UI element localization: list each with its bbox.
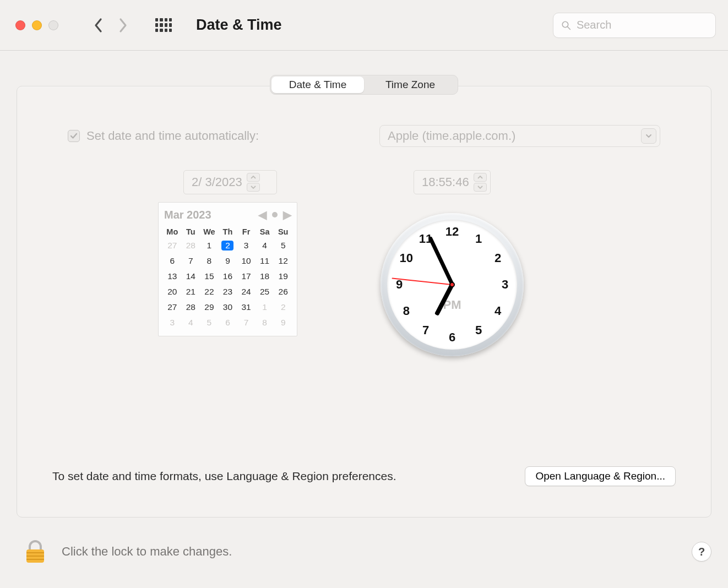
content-card: Set date and time automatically: Apple (… [17,86,711,518]
clock-numeral: 12 [446,225,459,239]
date-stepper-value: 2/ 3/2023 [192,175,242,189]
calendar-day[interactable]: 20 [163,284,182,300]
date-step-down[interactable] [247,183,260,192]
calendar-day[interactable]: 21 [182,284,200,300]
calendar-day[interactable]: 1 [200,238,219,253]
calendar-day[interactable]: 7 [237,315,256,330]
tab-time-zone[interactable]: Time Zone [364,77,457,93]
search-input[interactable] [577,19,708,31]
calendar-weekday: Fr [237,226,256,238]
calendar-day[interactable]: 7 [182,253,200,269]
date-stepper[interactable]: 2/ 3/2023 [183,170,277,194]
calendar-day[interactable]: 27 [163,238,182,253]
calendar-weekday: We [200,226,219,238]
calendar-day[interactable]: 10 [237,253,256,269]
calendar-day[interactable]: 15 [200,269,219,284]
time-server-value: Apple (time.apple.com.) [388,129,515,143]
tab-date-time[interactable]: Date & Time [271,77,364,93]
calendar-day[interactable]: 9 [274,315,292,330]
calendar-day[interactable]: 23 [219,284,237,300]
calendar-day[interactable]: 11 [256,253,274,269]
calendar-day[interactable]: 24 [237,284,256,300]
calendar-day[interactable]: 5 [274,238,292,253]
calendar-day[interactable]: 8 [200,253,219,269]
calendar-day[interactable]: 19 [274,269,292,284]
lock-hint-text: Click the lock to make changes. [62,545,232,559]
calendar-day[interactable]: 27 [163,300,182,315]
auto-time-checkbox[interactable] [68,130,80,142]
clock-numeral: 6 [449,330,455,345]
clock-numeral: 8 [403,304,410,318]
calendar-prev-icon[interactable]: ◀ [258,208,267,221]
calendar-day[interactable]: 6 [163,253,182,269]
auto-time-row: Set date and time automatically: Apple (… [68,125,660,147]
svg-line-1 [567,26,570,29]
back-button[interactable] [90,17,107,34]
calendar-day[interactable]: 3 [163,315,182,330]
clock-numeral: 5 [475,323,482,337]
calendar-day[interactable]: 22 [200,284,219,300]
forward-button[interactable] [115,17,131,34]
calendar-day[interactable]: 16 [219,269,237,284]
calendar-day[interactable]: 17 [237,269,256,284]
time-server-combobox[interactable]: Apple (time.apple.com.) [379,125,660,147]
calendar-next-icon[interactable]: ▶ [283,208,291,221]
time-stepper-value: 18:55:46 [422,175,469,189]
lock-icon[interactable] [22,538,48,565]
calendar-month-label: Mar 2023 [164,209,211,221]
search-field-wrap[interactable] [553,13,716,38]
date-step-up[interactable] [247,173,260,182]
calendar-day[interactable]: 4 [256,238,274,253]
time-step-down[interactable] [474,183,487,192]
calendar-day[interactable]: 6 [219,315,237,330]
calendar-day[interactable]: 4 [182,315,200,330]
close-window-button[interactable] [15,20,25,30]
calendar-day[interactable]: 18 [256,269,274,284]
calendar-day[interactable]: 28 [182,300,200,315]
calendar-weekday: Mo [163,226,182,238]
calendar-weekday: Sa [256,226,274,238]
calendar[interactable]: Mar 2023 ◀ ▶ MoTuWeThFrSaSu 272812345678… [158,202,297,336]
calendar-weekday: Th [219,226,237,238]
open-language-region-button[interactable]: Open Language & Region... [525,466,676,486]
clock-numeral: 2 [495,251,501,265]
check-icon [70,132,78,140]
calendar-day[interactable]: 3 [237,238,256,253]
calendar-weekday: Tu [182,226,200,238]
calendar-day[interactable]: 31 [237,300,256,315]
calendar-day[interactable]: 30 [219,300,237,315]
calendar-day[interactable]: 29 [200,300,219,315]
format-hint-text: To set date and time formats, use Langua… [52,470,396,483]
window-title: Date & Time [196,17,282,34]
time-step-up[interactable] [474,173,487,182]
auto-time-label: Set date and time automatically: [86,129,259,143]
format-hint-row: To set date and time formats, use Langua… [52,466,676,486]
calendar-day[interactable]: 28 [182,238,200,253]
calendar-day[interactable]: 14 [182,269,200,284]
zoom-window-button[interactable] [48,20,58,30]
calendar-day[interactable]: 26 [274,284,292,300]
calendar-day[interactable]: 1 [256,300,274,315]
clock-numeral: 1 [475,232,482,246]
calendar-day[interactable]: 13 [163,269,182,284]
clock-numeral: 7 [422,323,429,337]
clock-numeral: 3 [502,277,508,292]
time-stepper[interactable]: 18:55:46 [414,170,491,194]
toolbar: Date & Time [0,0,728,51]
calendar-day[interactable]: 8 [256,315,274,330]
calendar-day[interactable]: 12 [274,253,292,269]
calendar-today-icon[interactable] [272,212,278,217]
calendar-day[interactable]: 2 [274,300,292,315]
help-button[interactable]: ? [692,542,711,562]
calendar-day[interactable]: 25 [256,284,274,300]
calendar-day[interactable]: 5 [200,315,219,330]
clock-numeral: 9 [396,277,403,292]
show-all-prefs-button[interactable] [155,18,172,32]
chevron-down-icon [641,128,656,144]
search-icon [561,20,571,31]
clock-numeral: 4 [495,304,501,318]
minimize-window-button[interactable] [32,20,42,30]
calendar-day[interactable]: 9 [219,253,237,269]
tab-strip: Date & Time Time Zone [270,75,458,95]
calendar-day[interactable]: 2 [219,238,237,253]
